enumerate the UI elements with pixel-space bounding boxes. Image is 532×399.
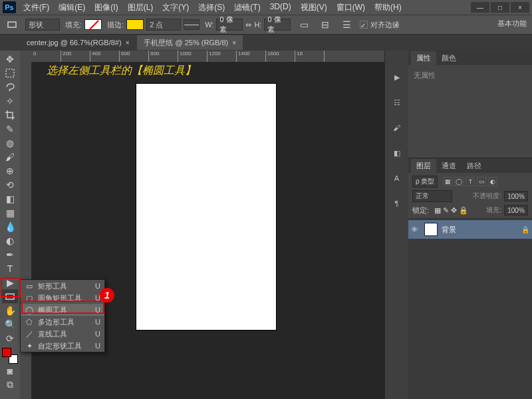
document-canvas[interactable]: [136, 84, 276, 330]
visibility-icon[interactable]: 👁: [411, 225, 420, 233]
foreground-color[interactable]: [2, 348, 11, 357]
opacity-field[interactable]: 100%: [504, 191, 528, 201]
shape-tool[interactable]: [2, 289, 18, 303]
lock-position-icon[interactable]: ✥: [451, 206, 457, 215]
filter-shape-icon[interactable]: ▭: [477, 177, 486, 186]
window-minimize[interactable]: —: [471, 2, 489, 13]
tab-properties[interactable]: 属性: [411, 51, 436, 65]
swatches-icon[interactable]: ◧: [390, 146, 404, 160]
stroke-width-field[interactable]: 2 点: [146, 19, 181, 31]
wand-tool[interactable]: ✧: [2, 94, 18, 108]
tab-channels[interactable]: 通道: [436, 159, 462, 173]
doc-tab-2[interactable]: 手机壁纸 @ 25% (RGB/8)×: [137, 35, 243, 50]
tab-color[interactable]: 颜色: [436, 51, 462, 65]
menu-3d[interactable]: 3D(D): [268, 1, 293, 15]
lock-all-icon[interactable]: 🔒: [459, 206, 468, 215]
dodge-tool[interactable]: ◐: [2, 233, 18, 247]
menu-type[interactable]: 文字(Y): [160, 1, 191, 15]
fly-ellipse[interactable]: ◯椭圆工具U: [21, 304, 104, 316]
type-tool[interactable]: T: [2, 261, 18, 275]
fly-custom-shape[interactable]: ✦自定形状工具U: [21, 340, 104, 352]
shape-mode-dropdown[interactable]: 形状: [25, 19, 60, 31]
menu-edit[interactable]: 编辑(E): [57, 1, 87, 15]
rotate-view-tool[interactable]: ⟳: [2, 331, 18, 345]
gradient-tool[interactable]: ▦: [2, 205, 18, 219]
collapsed-panels: ▶ ☷ 🖌 ◧ A ¶: [384, 51, 408, 399]
close-icon[interactable]: ×: [232, 39, 236, 47]
arrange-icon[interactable]: ☰: [338, 18, 354, 32]
opacity-label: 不透明度:: [473, 192, 501, 201]
pen-tool[interactable]: ✒: [2, 247, 18, 261]
marquee-tool[interactable]: [2, 66, 18, 80]
blur-tool[interactable]: 💧: [2, 219, 18, 233]
path-ops-icon[interactable]: ▭: [296, 18, 312, 32]
character-icon[interactable]: A: [390, 172, 404, 185]
align-edges-checkbox[interactable]: [360, 21, 368, 29]
doc-tab-1[interactable]: center.jpg @ 66.7%(RGB/8#)×: [20, 35, 136, 50]
tab-paths[interactable]: 路径: [462, 159, 487, 173]
crop-tool[interactable]: [2, 108, 18, 122]
heal-tool[interactable]: ◍: [2, 136, 18, 150]
menu-filter[interactable]: 滤镜(T): [232, 1, 262, 15]
menu-file[interactable]: 文件(F): [21, 1, 51, 15]
lock-pixels-icon[interactable]: ✎: [443, 206, 449, 215]
layer-thumbnail[interactable]: [424, 223, 438, 236]
menu-help[interactable]: 帮助(H): [372, 1, 404, 15]
tab-layers[interactable]: 图层: [411, 159, 436, 173]
fly-polygon[interactable]: ⬠多边形工具U: [21, 316, 104, 328]
lock-transparent-icon[interactable]: ▦: [434, 206, 441, 215]
fill-swatch[interactable]: [84, 19, 102, 30]
paragraph-icon[interactable]: ¶: [390, 197, 404, 210]
filter-pixel-icon[interactable]: ▦: [443, 177, 452, 186]
lasso-tool[interactable]: [2, 80, 18, 94]
layer-row[interactable]: 👁 背景 🔒: [408, 220, 532, 239]
filter-type-icon[interactable]: T: [466, 177, 475, 186]
menu-window[interactable]: 窗口(W): [334, 1, 367, 15]
ruler-corner: [20, 51, 32, 63]
menu-layer[interactable]: 图层(L): [126, 1, 156, 15]
menu-view[interactable]: 视图(V): [299, 1, 329, 15]
align-icon[interactable]: ⊟: [317, 18, 333, 32]
menu-select[interactable]: 选择(S): [196, 1, 227, 15]
filter-smart-icon[interactable]: ◐: [488, 177, 497, 186]
history-icon[interactable]: ☷: [390, 96, 404, 109]
eyedropper-tool[interactable]: ✎: [2, 122, 18, 136]
move-tool[interactable]: ✥: [2, 52, 18, 66]
fly-line[interactable]: ／直线工具U: [21, 328, 104, 340]
layer-kind-dropdown[interactable]: ρ 类型: [412, 176, 438, 188]
opt-tool-icon[interactable]: [4, 18, 20, 32]
close-icon[interactable]: ×: [126, 39, 130, 47]
layers-body: ρ 类型 ▦ ◯ T ▭ ◐ 正常 不透明度: 100%: [408, 173, 532, 399]
history-brush-tool[interactable]: ⟲: [2, 178, 18, 192]
filter-adjust-icon[interactable]: ◯: [454, 177, 464, 186]
menu-image[interactable]: 图像(I): [92, 1, 120, 15]
quickmask-toggle[interactable]: ◙: [2, 364, 18, 378]
brush-preset-icon[interactable]: 🖌: [390, 121, 404, 134]
screenmode-toggle[interactable]: ⧉: [2, 378, 18, 392]
window-maximize[interactable]: □: [491, 2, 509, 13]
window-close[interactable]: ×: [511, 2, 529, 13]
blend-mode-dropdown[interactable]: 正常: [412, 190, 452, 202]
hand-tool[interactable]: ✋: [2, 303, 18, 317]
stroke-swatch[interactable]: [126, 19, 144, 30]
link-wh-icon[interactable]: ⇔: [245, 21, 251, 29]
zoom-tool[interactable]: 🔍: [2, 317, 18, 331]
stamp-tool[interactable]: ⊕: [2, 164, 18, 178]
brush-tool[interactable]: 🖌: [2, 150, 18, 164]
eraser-tool[interactable]: ◧: [2, 192, 18, 205]
color-swatches[interactable]: [2, 348, 18, 364]
layer-name[interactable]: 背景: [442, 225, 456, 235]
fill-opacity-field[interactable]: 100%: [504, 205, 528, 215]
ruler-horizontal[interactable]: 0200400600800100012001400160018: [32, 51, 384, 63]
layers-panel-tabs: 图层 通道 路径: [408, 158, 532, 173]
fly-rectangle[interactable]: ▭矩形工具U: [21, 280, 104, 292]
fly-rounded-rectangle[interactable]: ▢圆角矩形工具U: [21, 292, 104, 304]
path-select-tool[interactable]: ▶: [2, 275, 18, 289]
height-field[interactable]: 0 像素: [264, 19, 291, 31]
options-bar: 形状 填充: 描边: 2 点 W: 0 像素 ⇔ H: 0 像素 ▭ ⊟ ☰ 对…: [0, 15, 532, 35]
workspace-mode-label[interactable]: 基本功能: [497, 19, 527, 29]
width-field[interactable]: 0 像素: [216, 19, 243, 31]
play-icon[interactable]: ▶: [390, 70, 404, 84]
layer-list[interactable]: 👁 背景 🔒: [408, 219, 532, 399]
stroke-style-dropdown[interactable]: [184, 19, 200, 30]
